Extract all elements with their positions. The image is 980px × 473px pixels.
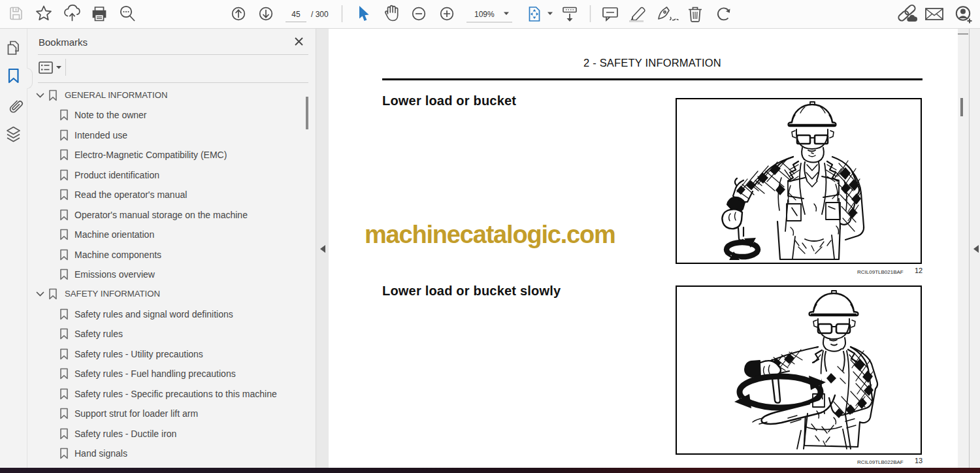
svg-text:45: 45 xyxy=(291,10,301,19)
svg-text:109%: 109% xyxy=(474,10,495,19)
svg-text:/ 300: / 300 xyxy=(311,10,329,19)
